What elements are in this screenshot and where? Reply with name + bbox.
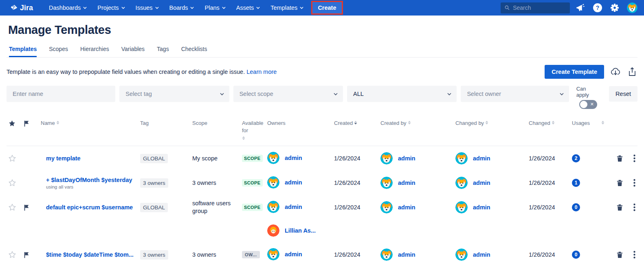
user-entry: admin [455, 195, 490, 219]
table-header-row: Name Tag Scope Available for Owners Crea… [7, 115, 637, 146]
tab-tags[interactable]: Tags [157, 43, 169, 57]
type-filter-select[interactable]: ALL [347, 86, 457, 102]
woman-avatar [267, 224, 279, 237]
owner-link[interactable]: Lillian As... [285, 227, 316, 234]
available-for-cell: SCOPE [242, 195, 267, 220]
dog-avatar [380, 152, 393, 164]
owner-link[interactable]: admin [285, 251, 302, 258]
user-entry: admin [455, 243, 490, 262]
more-actions-button[interactable] [633, 250, 636, 260]
favorite-button[interactable] [7, 202, 17, 212]
header-created-by[interactable]: Created by [380, 120, 455, 127]
owner-link[interactable]: admin [285, 204, 302, 210]
help-button[interactable]: ? [592, 2, 603, 13]
user-link[interactable]: admin [398, 155, 415, 162]
header-created[interactable]: Created [334, 120, 380, 127]
more-actions-button[interactable] [633, 178, 636, 188]
user-avatar-button[interactable] [626, 2, 638, 14]
user-link[interactable]: admin [473, 180, 490, 186]
header-available-for[interactable]: Available for [242, 120, 266, 140]
create-button[interactable]: Create [312, 2, 341, 13]
header-changed[interactable]: Changed [529, 120, 572, 127]
user-link[interactable]: admin [398, 251, 415, 258]
template-name-link[interactable]: $time $today $dateTime $tom... [46, 251, 134, 258]
nav-item-projects[interactable]: Projects [92, 0, 130, 16]
owner-filter-placeholder: Select owner [467, 91, 501, 97]
nav-item-templates[interactable]: Templates [265, 0, 309, 16]
user-link[interactable]: admin [473, 155, 490, 162]
create-template-button[interactable]: Create Template [545, 65, 604, 79]
header-label: Changed by [455, 120, 484, 127]
owner-link[interactable]: admin [285, 179, 302, 186]
sort-icon [601, 121, 604, 124]
scope-filter-select[interactable]: Select scope [233, 86, 343, 102]
delete-button[interactable] [615, 202, 624, 213]
can-apply-toggle[interactable]: ✕ [579, 100, 597, 109]
user-link[interactable]: admin [473, 251, 490, 258]
template-name-link[interactable]: default epic+scrum $username [46, 204, 133, 211]
favorite-button[interactable] [7, 153, 17, 163]
nav-item-label: Dashboards [49, 4, 81, 11]
header-favorite[interactable] [7, 120, 23, 127]
template-name-link[interactable]: + $lastDayOfMonth $yesterday [46, 177, 132, 183]
delete-button[interactable] [615, 250, 624, 260]
user-link[interactable]: admin [398, 180, 415, 186]
reset-filters-button[interactable]: Reset [609, 86, 637, 102]
header-flag[interactable] [23, 120, 37, 127]
delete-button[interactable] [615, 178, 624, 188]
filter-bar: Select tag Select scope ALL Select owner… [7, 86, 637, 109]
nav-item-assets[interactable]: Assets [231, 0, 266, 16]
gear-icon [610, 3, 620, 13]
announcements-button[interactable] [576, 3, 586, 13]
header-owners[interactable]: Owners [267, 120, 334, 127]
delete-button[interactable] [615, 153, 624, 164]
svg-text:?: ? [596, 4, 600, 11]
header-changed-by[interactable]: Changed by [455, 120, 529, 127]
scope-cell: 3 owners [192, 171, 242, 195]
dog-avatar [267, 248, 279, 260]
favorite-button[interactable] [7, 178, 17, 188]
tab-hierarchies[interactable]: Hierarchies [80, 43, 109, 57]
tag-filter-select[interactable]: Select tag [119, 86, 229, 102]
flag-cell [23, 195, 37, 220]
header-name[interactable]: Name [37, 120, 140, 127]
header-scope[interactable]: Scope [192, 120, 242, 127]
export-templates-button[interactable] [627, 66, 637, 78]
dog-avatar [267, 176, 279, 189]
favorite-button[interactable] [7, 250, 17, 260]
search-input[interactable] [513, 4, 566, 11]
nav-item-boards[interactable]: Boards [164, 0, 200, 16]
name-cell: default epic+scrum $username [37, 195, 140, 220]
more-actions-button[interactable] [633, 202, 636, 212]
usages-cell: 1 [572, 171, 610, 195]
learn-more-link[interactable]: Learn more [246, 69, 277, 75]
chevron-down-icon [220, 93, 224, 95]
header-usages[interactable]: Usages [572, 120, 610, 127]
search-box[interactable] [501, 2, 570, 13]
owner-link[interactable]: admin [285, 155, 302, 161]
tab-scopes[interactable]: Scopes [49, 43, 68, 57]
tab-templates[interactable]: Templates [9, 43, 37, 57]
settings-button[interactable] [609, 2, 620, 13]
kebab-menu-icon [633, 154, 635, 162]
user-link[interactable]: admin [473, 204, 490, 211]
owner-filter-select[interactable]: Select owner [461, 86, 569, 102]
nav-item-dashboards[interactable]: Dashboards [44, 0, 92, 16]
header-tag[interactable]: Tag [140, 120, 192, 127]
nav-item-plans[interactable]: Plans [199, 0, 231, 16]
sort-desc-icon [354, 121, 357, 124]
owners-cell: admin Lillian As... [267, 195, 334, 242]
jira-logo-icon [10, 4, 18, 12]
user-link[interactable]: admin [398, 204, 415, 211]
template-name-link[interactable]: my template [46, 155, 81, 162]
more-actions-button[interactable] [633, 153, 636, 163]
chevron-down-icon [83, 7, 87, 9]
scope-badge: SCOPE [242, 179, 263, 187]
import-templates-button[interactable] [609, 66, 622, 78]
tab-checklists[interactable]: Checklists [181, 43, 207, 57]
nav-item-issues[interactable]: Issues [130, 0, 164, 16]
name-filter-input[interactable] [7, 86, 115, 102]
table-row: my template GLOBAL My scope SCOPE admin … [7, 146, 637, 171]
tab-variables[interactable]: Variables [121, 43, 145, 57]
jira-logo[interactable]: Jira [10, 4, 33, 12]
